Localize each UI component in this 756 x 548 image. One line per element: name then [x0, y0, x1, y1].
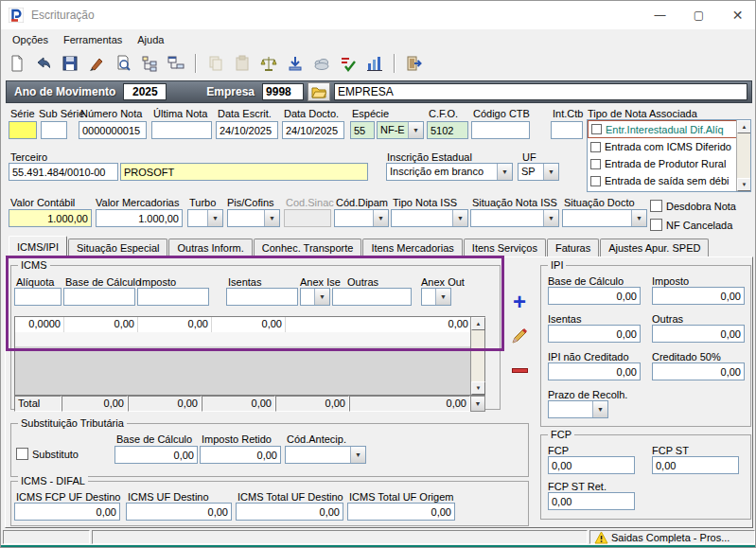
- spell-check-button[interactable]: [336, 51, 360, 76]
- icms-base-input[interactable]: [63, 288, 135, 306]
- exit-button[interactable]: [402, 51, 427, 76]
- codigo-ctb-input[interactable]: [471, 121, 530, 139]
- situacao-docto-select[interactable]: ▼: [562, 209, 647, 227]
- difal-fcp-dest-input[interactable]: [14, 503, 120, 521]
- ipi-prazo-select[interactable]: ▼: [548, 400, 608, 418]
- inscricao-estadual-select[interactable]: Inscrição em branco▼: [386, 163, 513, 181]
- chevron-down-icon[interactable]: ▼: [435, 289, 450, 305]
- new-document-button[interactable]: [5, 51, 29, 76]
- tab-itens-servicos[interactable]: Itens Serviços: [464, 239, 546, 256]
- int-ctb-input[interactable]: [551, 121, 583, 139]
- tab-situacao-especial[interactable]: Situação Especial: [68, 239, 167, 256]
- subst-retido-input[interactable]: [200, 446, 281, 464]
- scales-button[interactable]: [256, 51, 281, 76]
- valor-contabil-input[interactable]: [9, 209, 92, 227]
- icms-aliquota-input[interactable]: [14, 288, 62, 306]
- brush-button[interactable]: [84, 51, 109, 76]
- valor-mercadorias-input[interactable]: [96, 209, 183, 227]
- fcp-st-ret-input[interactable]: [548, 492, 635, 510]
- print-preview-button[interactable]: [111, 51, 135, 76]
- tree-window-button[interactable]: [164, 51, 188, 76]
- chevron-down-icon[interactable]: ▼: [452, 210, 467, 226]
- fcp-st-input[interactable]: [652, 456, 739, 474]
- close-button[interactable]: ✕: [718, 1, 756, 29]
- pis-cofins-select[interactable]: ▼: [227, 209, 280, 227]
- serie-input[interactable]: [9, 121, 37, 139]
- data-escrit-input[interactable]: [216, 121, 278, 139]
- grid-scrollbar[interactable]: ▲ ▼: [470, 317, 484, 395]
- minimize-button[interactable]: —: [641, 1, 679, 29]
- ipi-base-input[interactable]: [548, 287, 641, 305]
- scroll-up-icon[interactable]: ▲: [471, 317, 485, 330]
- chevron-down-icon[interactable]: ▼: [543, 210, 558, 226]
- difal-total-dest-input[interactable]: [236, 503, 343, 521]
- chevron-down-icon[interactable]: ▼: [592, 401, 607, 417]
- chevron-down-icon[interactable]: ▼: [207, 210, 222, 226]
- desdobra-nota-checkbox[interactable]: [650, 200, 662, 212]
- report-button[interactable]: [362, 51, 387, 76]
- chevron-down-icon[interactable]: ▼: [314, 289, 329, 305]
- cod-dipam-select[interactable]: ▼: [334, 209, 389, 227]
- chevron-down-icon[interactable]: ▼: [543, 164, 558, 180]
- icms-anex-ise-select[interactable]: ▼: [300, 288, 330, 306]
- tab-itens-mercadorias[interactable]: Itens Mercadorias: [362, 239, 462, 256]
- icms-outras-input[interactable]: [332, 288, 412, 306]
- list-scrollbar[interactable]: ▲ ▼: [736, 120, 750, 191]
- checkbox[interactable]: [590, 142, 601, 152]
- cloud-button[interactable]: [309, 51, 334, 76]
- list-item[interactable]: Entrada com ICMS Diferido: [588, 138, 750, 155]
- tab-ajustes-apur-sped[interactable]: Ajustes Apur. SPED: [600, 239, 709, 256]
- ultima-nota-input[interactable]: [151, 121, 212, 139]
- difal-uf-dest-input[interactable]: [126, 503, 232, 521]
- maximize-button[interactable]: ▢: [679, 1, 718, 29]
- substituto-checkbox[interactable]: [16, 448, 28, 460]
- ipi-outras-input[interactable]: [652, 325, 745, 343]
- nf-cancelada-checkbox[interactable]: [650, 219, 662, 231]
- tab-conhec-transporte[interactable]: Conhec. Transporte: [254, 239, 362, 256]
- menu-ajuda[interactable]: Ajuda: [130, 31, 171, 48]
- chevron-down-icon[interactable]: ▼: [631, 210, 646, 226]
- chevron-down-icon[interactable]: ▼: [497, 164, 512, 180]
- table-row[interactable]: 0,0000 0,00 0,00 0,00 0,00: [15, 317, 472, 332]
- icms-anex-out-select[interactable]: ▼: [421, 288, 451, 306]
- checkbox[interactable]: [590, 159, 601, 169]
- subst-base-input[interactable]: [114, 446, 198, 464]
- icms-imposto-input[interactable]: [137, 288, 209, 306]
- scroll-up-icon[interactable]: ▲: [737, 120, 751, 133]
- menu-ferramentas[interactable]: Ferramentas: [56, 31, 130, 48]
- ano-movimento-input[interactable]: [123, 83, 167, 100]
- ipi-isentas-input[interactable]: [548, 325, 641, 343]
- chevron-down-icon[interactable]: ▼: [408, 122, 423, 138]
- empresa-name-input[interactable]: [334, 83, 747, 100]
- tab-faturas[interactable]: Faturas: [547, 239, 599, 256]
- data-docto-input[interactable]: [282, 121, 344, 139]
- ipi-imposto-input[interactable]: [652, 287, 745, 305]
- uf-select[interactable]: SP▼: [518, 163, 559, 181]
- subst-antecip-select[interactable]: ▼: [285, 446, 366, 464]
- scroll-down-icon[interactable]: ▼: [737, 178, 751, 191]
- checkbox[interactable]: [591, 124, 602, 134]
- chevron-down-icon[interactable]: ▼: [373, 210, 388, 226]
- scroll-down-icon[interactable]: ▼: [471, 381, 485, 395]
- checkbox[interactable]: [590, 176, 601, 186]
- terceiro-documento-input[interactable]: [9, 163, 118, 181]
- icms-isentas-input[interactable]: [226, 288, 298, 306]
- save-button[interactable]: [58, 51, 82, 76]
- tab-icms-ipi[interactable]: ICMS/IPI: [9, 236, 67, 257]
- difal-total-orig-input[interactable]: [347, 503, 455, 521]
- chevron-down-icon[interactable]: ▼: [350, 447, 365, 463]
- chevron-down-icon[interactable]: ▼: [264, 210, 279, 226]
- delete-row-button[interactable]: [506, 357, 533, 383]
- icms-grid[interactable]: 0,0000 0,00 0,00 0,00 0,00 ▲ ▼: [14, 316, 485, 396]
- list-item[interactable]: Entrada de Produtor Rural: [588, 155, 750, 172]
- tree-view-button[interactable]: [137, 51, 162, 76]
- tipo-nota-iss-select[interactable]: ▼: [391, 209, 468, 227]
- import-button[interactable]: [283, 51, 308, 76]
- fcp-input[interactable]: [548, 456, 635, 474]
- terceiro-nome-input[interactable]: [120, 163, 368, 181]
- ipi-nao-creditado-input[interactable]: [548, 362, 641, 380]
- add-row-button[interactable]: +: [506, 289, 533, 315]
- list-item[interactable]: Entr.Interestadual Dif.Alíq: [588, 120, 750, 138]
- total-dropdown-icon[interactable]: ▼: [470, 396, 485, 412]
- sub-serie-input[interactable]: [41, 121, 67, 139]
